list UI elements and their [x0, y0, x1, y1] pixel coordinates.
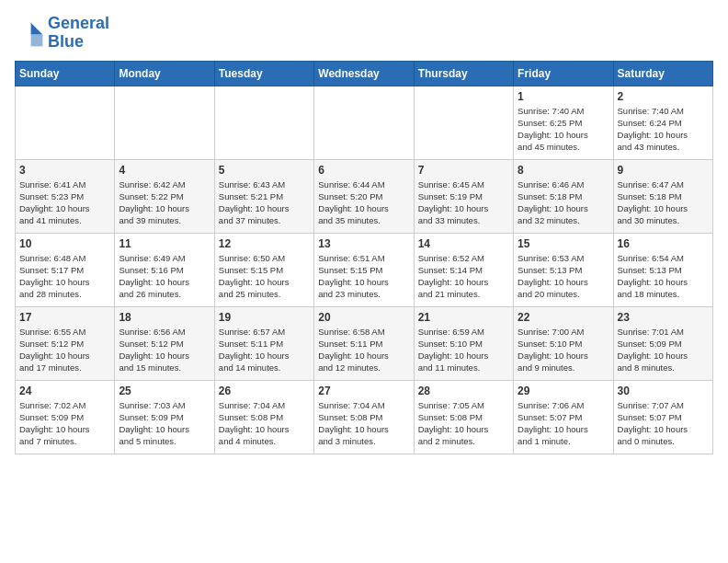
calendar-cell: 2Sunrise: 7:40 AM Sunset: 6:24 PM Daylig…: [613, 86, 712, 159]
svg-marker-0: [31, 23, 43, 35]
calendar-cell: 29Sunrise: 7:06 AM Sunset: 5:07 PM Dayli…: [514, 380, 613, 454]
header-tuesday: Tuesday: [214, 61, 313, 86]
day-info: Sunrise: 6:46 AM Sunset: 5:18 PM Dayligh…: [518, 178, 609, 227]
calendar-cell: 28Sunrise: 7:05 AM Sunset: 5:08 PM Dayli…: [414, 380, 513, 454]
calendar-cell: 16Sunrise: 6:54 AM Sunset: 5:13 PM Dayli…: [613, 233, 712, 306]
calendar-cell: [214, 86, 313, 159]
calendar-cell: 17Sunrise: 6:55 AM Sunset: 5:12 PM Dayli…: [16, 306, 115, 380]
day-info: Sunrise: 7:40 AM Sunset: 6:25 PM Dayligh…: [518, 105, 609, 154]
day-info: Sunrise: 7:00 AM Sunset: 5:10 PM Dayligh…: [518, 326, 609, 374]
day-number: 2: [618, 90, 709, 103]
day-info: Sunrise: 6:43 AM Sunset: 5:21 PM Dayligh…: [219, 178, 310, 227]
svg-marker-1: [31, 34, 43, 46]
logo: General Blue: [15, 15, 109, 52]
day-number: 24: [19, 385, 110, 397]
day-info: Sunrise: 6:54 AM Sunset: 5:13 PM Dayligh…: [618, 252, 709, 301]
day-number: 18: [119, 311, 210, 324]
calendar-cell: 6Sunrise: 6:44 AM Sunset: 5:20 PM Daylig…: [314, 159, 414, 233]
calendar-cell: 5Sunrise: 6:43 AM Sunset: 5:21 PM Daylig…: [214, 159, 313, 233]
day-number: 25: [119, 385, 210, 397]
day-info: Sunrise: 6:50 AM Sunset: 5:15 PM Dayligh…: [219, 252, 310, 301]
calendar-week-0: 1Sunrise: 7:40 AM Sunset: 6:25 PM Daylig…: [16, 86, 713, 159]
calendar-week-4: 24Sunrise: 7:02 AM Sunset: 5:09 PM Dayli…: [16, 380, 713, 454]
day-info: Sunrise: 7:02 AM Sunset: 5:09 PM Dayligh…: [19, 399, 110, 448]
day-number: 27: [318, 385, 409, 397]
header-thursday: Thursday: [414, 61, 513, 86]
calendar-cell: [414, 86, 513, 159]
calendar-header-row: SundayMondayTuesdayWednesdayThursdayFrid…: [16, 61, 713, 86]
day-info: Sunrise: 7:03 AM Sunset: 5:09 PM Dayligh…: [119, 399, 210, 448]
day-number: 17: [19, 311, 110, 324]
day-number: 19: [219, 311, 310, 324]
calendar-cell: 19Sunrise: 6:57 AM Sunset: 5:11 PM Dayli…: [214, 306, 313, 380]
calendar-cell: 18Sunrise: 6:56 AM Sunset: 5:12 PM Dayli…: [115, 306, 214, 380]
day-info: Sunrise: 6:51 AM Sunset: 5:15 PM Dayligh…: [318, 252, 409, 301]
day-number: 16: [618, 237, 709, 250]
calendar-cell: 11Sunrise: 6:49 AM Sunset: 5:16 PM Dayli…: [115, 233, 214, 306]
calendar-table: SundayMondayTuesdayWednesdayThursdayFrid…: [15, 61, 713, 454]
calendar-cell: 22Sunrise: 7:00 AM Sunset: 5:10 PM Dayli…: [514, 306, 613, 380]
day-info: Sunrise: 6:49 AM Sunset: 5:16 PM Dayligh…: [119, 252, 210, 301]
page-header: General Blue: [15, 15, 713, 52]
day-info: Sunrise: 6:53 AM Sunset: 5:13 PM Dayligh…: [518, 252, 609, 301]
calendar-cell: 21Sunrise: 6:59 AM Sunset: 5:10 PM Dayli…: [414, 306, 513, 380]
day-info: Sunrise: 6:59 AM Sunset: 5:10 PM Dayligh…: [418, 326, 509, 374]
calendar-cell: 10Sunrise: 6:48 AM Sunset: 5:17 PM Dayli…: [16, 233, 115, 306]
calendar-cell: 1Sunrise: 7:40 AM Sunset: 6:25 PM Daylig…: [514, 86, 613, 159]
day-number: 28: [418, 385, 509, 397]
day-number: 9: [618, 164, 709, 177]
day-number: 7: [418, 164, 509, 177]
day-info: Sunrise: 6:55 AM Sunset: 5:12 PM Dayligh…: [19, 326, 110, 374]
day-number: 26: [219, 385, 310, 397]
day-info: Sunrise: 7:06 AM Sunset: 5:07 PM Dayligh…: [518, 399, 609, 448]
calendar-cell: 15Sunrise: 6:53 AM Sunset: 5:13 PM Dayli…: [514, 233, 613, 306]
calendar-cell: [115, 86, 214, 159]
header-friday: Friday: [514, 61, 613, 86]
logo-text: General Blue: [48, 15, 109, 52]
calendar-cell: 12Sunrise: 6:50 AM Sunset: 5:15 PM Dayli…: [214, 233, 313, 306]
day-number: 30: [618, 385, 709, 397]
day-number: 15: [518, 237, 609, 250]
calendar-cell: [314, 86, 414, 159]
day-number: 4: [119, 164, 210, 177]
day-number: 3: [19, 164, 110, 177]
calendar-cell: 30Sunrise: 7:07 AM Sunset: 5:07 PM Dayli…: [613, 380, 712, 454]
calendar-cell: 14Sunrise: 6:52 AM Sunset: 5:14 PM Dayli…: [414, 233, 513, 306]
day-number: 20: [318, 311, 409, 324]
day-info: Sunrise: 6:41 AM Sunset: 5:23 PM Dayligh…: [19, 178, 110, 227]
day-number: 11: [119, 237, 210, 250]
day-info: Sunrise: 7:40 AM Sunset: 6:24 PM Dayligh…: [618, 105, 709, 154]
calendar-cell: 8Sunrise: 6:46 AM Sunset: 5:18 PM Daylig…: [514, 159, 613, 233]
day-number: 21: [418, 311, 509, 324]
day-number: 13: [318, 237, 409, 250]
calendar-cell: 27Sunrise: 7:04 AM Sunset: 5:08 PM Dayli…: [314, 380, 414, 454]
day-info: Sunrise: 6:48 AM Sunset: 5:17 PM Dayligh…: [19, 252, 110, 301]
calendar-cell: 7Sunrise: 6:45 AM Sunset: 5:19 PM Daylig…: [414, 159, 513, 233]
day-info: Sunrise: 6:58 AM Sunset: 5:11 PM Dayligh…: [318, 326, 409, 374]
day-number: 8: [518, 164, 609, 177]
day-info: Sunrise: 6:44 AM Sunset: 5:20 PM Dayligh…: [318, 178, 409, 227]
day-number: 10: [19, 237, 110, 250]
day-number: 22: [518, 311, 609, 324]
calendar-week-1: 3Sunrise: 6:41 AM Sunset: 5:23 PM Daylig…: [16, 159, 713, 233]
day-number: 23: [618, 311, 709, 324]
calendar-cell: 26Sunrise: 7:04 AM Sunset: 5:08 PM Dayli…: [214, 380, 313, 454]
calendar-cell: 9Sunrise: 6:47 AM Sunset: 5:18 PM Daylig…: [613, 159, 712, 233]
day-info: Sunrise: 6:56 AM Sunset: 5:12 PM Dayligh…: [119, 326, 210, 374]
day-info: Sunrise: 7:05 AM Sunset: 5:08 PM Dayligh…: [418, 399, 509, 448]
day-info: Sunrise: 7:04 AM Sunset: 5:08 PM Dayligh…: [318, 399, 409, 448]
calendar-cell: 4Sunrise: 6:42 AM Sunset: 5:22 PM Daylig…: [115, 159, 214, 233]
day-info: Sunrise: 6:52 AM Sunset: 5:14 PM Dayligh…: [418, 252, 509, 301]
header-saturday: Saturday: [613, 61, 712, 86]
day-number: 14: [418, 237, 509, 250]
calendar-cell: 24Sunrise: 7:02 AM Sunset: 5:09 PM Dayli…: [16, 380, 115, 454]
calendar-cell: 20Sunrise: 6:58 AM Sunset: 5:11 PM Dayli…: [314, 306, 414, 380]
logo-icon: [15, 18, 44, 48]
calendar-cell: [16, 86, 115, 159]
day-info: Sunrise: 6:47 AM Sunset: 5:18 PM Dayligh…: [618, 178, 709, 227]
day-info: Sunrise: 7:01 AM Sunset: 5:09 PM Dayligh…: [618, 326, 709, 374]
header-wednesday: Wednesday: [314, 61, 414, 86]
day-number: 5: [219, 164, 310, 177]
calendar-cell: 25Sunrise: 7:03 AM Sunset: 5:09 PM Dayli…: [115, 380, 214, 454]
day-info: Sunrise: 7:07 AM Sunset: 5:07 PM Dayligh…: [618, 399, 709, 448]
